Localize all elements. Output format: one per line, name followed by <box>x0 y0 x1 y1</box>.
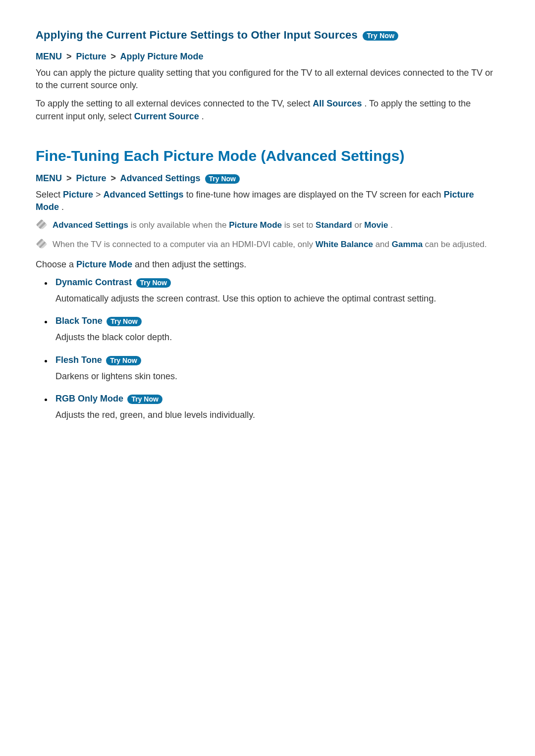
text: > <box>96 190 104 200</box>
text: and then adjust the settings. <box>135 259 246 269</box>
list-item: RGB Only Mode Try Now Adjusts the red, g… <box>42 394 499 421</box>
section-apply-heading: Applying the Current Picture Settings to… <box>36 29 499 42</box>
text: Select <box>36 190 63 200</box>
chevron-right-icon: > <box>64 51 74 61</box>
crumb-picture[interactable]: Picture <box>76 51 107 61</box>
text: is only available when the <box>131 220 229 230</box>
crumb-apply-picture-mode[interactable]: Apply Picture Mode <box>120 51 203 61</box>
term-all-sources: All Sources <box>313 99 362 108</box>
setting-black-tone[interactable]: Black Tone <box>55 316 103 326</box>
setting-dynamic-contrast[interactable]: Dynamic Contrast <box>55 277 132 288</box>
breadcrumb: MENU > Picture > Apply Picture Mode <box>36 51 499 62</box>
settings-list: Dynamic Contrast Try Now Automatically a… <box>42 277 499 422</box>
term-standard: Standard <box>316 220 352 230</box>
text: To apply the setting to all external dev… <box>36 99 313 108</box>
try-now-pill[interactable]: Try Now <box>127 395 162 404</box>
term-white-balance: White Balance <box>316 240 373 249</box>
pencil-icon <box>36 238 48 250</box>
try-now-pill[interactable]: Try Now <box>205 174 240 184</box>
chevron-right-icon: > <box>109 51 118 61</box>
text: When the TV is connected to a computer v… <box>53 240 316 249</box>
crumb-menu[interactable]: MENU <box>36 51 62 61</box>
text: . <box>390 220 393 230</box>
text: is set to <box>284 220 316 230</box>
chevron-right-icon: > <box>109 173 118 183</box>
bullet-icon <box>45 282 47 285</box>
term-movie: Movie <box>364 220 388 230</box>
text: to fine-tune how images are displayed on… <box>186 190 444 200</box>
setting-desc: Adjusts the red, green, and blue levels … <box>55 409 499 421</box>
term-advanced-settings: Advanced Settings <box>53 220 128 230</box>
pencil-icon <box>36 219 48 231</box>
term-gamma: Gamma <box>392 240 423 249</box>
breadcrumb: MENU > Picture > Advanced Settings Try N… <box>36 173 499 184</box>
bullet-icon <box>45 321 47 323</box>
term-advanced-settings: Advanced Settings <box>104 190 184 200</box>
paragraph: You can apply the picture quality settin… <box>36 67 499 92</box>
crumb-advanced-settings[interactable]: Advanced Settings <box>120 173 200 183</box>
text: . <box>202 111 204 121</box>
try-now-pill[interactable]: Try Now <box>106 356 141 365</box>
term-picture-mode: Picture Mode <box>76 259 132 269</box>
crumb-picture[interactable]: Picture <box>76 173 107 183</box>
paragraph: Choose a Picture Mode and then adjust th… <box>36 258 499 271</box>
try-now-pill[interactable]: Try Now <box>136 278 171 288</box>
chevron-right-icon: > <box>64 173 74 183</box>
text: can be adjusted. <box>425 240 487 249</box>
try-now-pill[interactable]: Try Now <box>363 31 398 41</box>
setting-desc: Automatically adjusts the screen contras… <box>55 293 499 305</box>
term-current-source: Current Source <box>134 111 199 121</box>
list-item: Dynamic Contrast Try Now Automatically a… <box>42 277 499 305</box>
list-item: Black Tone Try Now Adjusts the black col… <box>42 316 499 344</box>
bullet-icon <box>45 360 47 362</box>
setting-desc: Darkens or lightens skin tones. <box>55 370 499 383</box>
text: or <box>354 220 364 230</box>
term-picture-mode: Picture Mode <box>229 220 282 230</box>
section-apply-title: Applying the Current Picture Settings to… <box>36 29 358 41</box>
list-item: Flesh Tone Try Now Darkens or lightens s… <box>42 355 499 383</box>
setting-desc: Adjusts the black color depth. <box>55 331 499 344</box>
setting-rgb-only-mode[interactable]: RGB Only Mode <box>55 394 123 404</box>
note-list: Advanced Settings is only available when… <box>36 219 499 251</box>
note-item: Advanced Settings is only available when… <box>36 219 499 232</box>
setting-flesh-tone[interactable]: Flesh Tone <box>55 355 102 365</box>
text: . <box>61 202 64 212</box>
page-content: Applying the Current Picture Settings to… <box>0 0 535 452</box>
note-item: When the TV is connected to a computer v… <box>36 239 499 251</box>
bullet-icon <box>45 399 47 401</box>
term-picture: Picture <box>63 190 93 200</box>
text: and <box>375 240 392 249</box>
paragraph: To apply the setting to all external dev… <box>36 98 499 122</box>
paragraph: Select Picture > Advanced Settings to fi… <box>36 189 499 213</box>
try-now-pill[interactable]: Try Now <box>107 317 141 326</box>
section-fine-tuning-heading: Fine-Tuning Each Picture Mode (Advanced … <box>36 148 499 164</box>
crumb-menu[interactable]: MENU <box>36 173 62 183</box>
text: Choose a <box>36 259 76 269</box>
